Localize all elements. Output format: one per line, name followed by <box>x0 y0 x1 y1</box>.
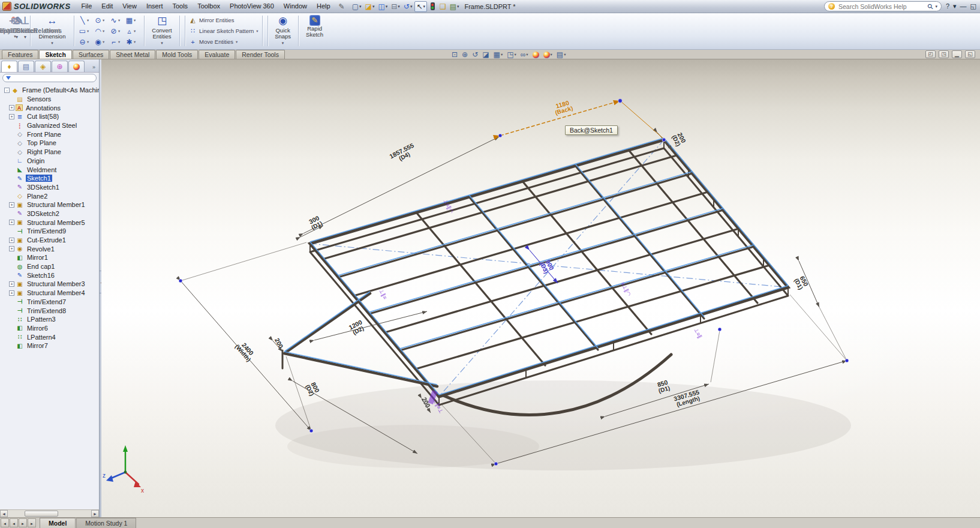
chevron-down-icon[interactable]: ▾ <box>118 40 120 44</box>
sketch-entity-button[interactable]: ▦▾ <box>125 16 140 25</box>
tree-item-sensors[interactable]: Sensors <box>1 95 99 104</box>
tab-render-tools[interactable]: Render Tools <box>236 50 285 59</box>
chevron-down-icon[interactable]: ▾ <box>118 18 120 23</box>
sketch-entity-button[interactable]: ∿▾ <box>109 16 125 25</box>
print-button[interactable]: ⊟▾ <box>390 2 401 11</box>
chevron-down-icon[interactable]: ▾ <box>51 41 53 46</box>
move-entities-button[interactable]: + Move Entities▾ <box>189 38 258 46</box>
search-icon[interactable]: ⚲ <box>925 1 935 11</box>
chevron-down-icon[interactable]: ▾ <box>501 50 503 59</box>
menu-photoview-360[interactable]: PhotoView 360 <box>225 0 279 13</box>
previous-view-button[interactable]: ↺ <box>472 50 478 59</box>
help-dropdown-icon[interactable]: ▾ <box>953 1 957 11</box>
tree-item-revolve1[interactable]: +Revolve1 <box>1 244 99 253</box>
repair-sketch-button[interactable]: +✎ Repair Sketch <box>2 14 30 34</box>
tree-item-trim-extend7[interactable]: Trim/Extend7 <box>1 298 99 307</box>
panel-horizontal-scrollbar[interactable]: ◄ ► <box>0 509 99 517</box>
chevron-down-icon[interactable]: ▾ <box>359 4 362 9</box>
expand-icon[interactable]: + <box>9 290 14 296</box>
tree-item-structural-member4[interactable]: +Structural Member4 <box>1 289 99 298</box>
sketch-entity-button[interactable]: ⊙▾ <box>94 16 109 25</box>
expand-icon[interactable]: + <box>9 246 14 251</box>
sketch-entity-button[interactable]: ▵▾ <box>125 27 140 35</box>
file-properties-button[interactable]: ❑ <box>438 2 447 11</box>
menu-toolbox[interactable]: Toolbox <box>193 0 225 13</box>
scrollbar-track[interactable] <box>8 510 91 517</box>
chevron-down-icon[interactable]: ▾ <box>103 29 104 34</box>
sketch-entity-button[interactable]: ⊘▾ <box>109 27 125 35</box>
tree-item-weldment[interactable]: Weldment <box>1 165 99 174</box>
tree-item-structural-member3[interactable]: +Structural Member3 <box>1 280 99 289</box>
tree-item-structural-member1[interactable]: +Structural Member1 <box>1 200 99 209</box>
menu-view[interactable]: View <box>118 0 142 13</box>
chevron-down-icon[interactable]: ▾ <box>564 50 566 59</box>
minimize-doc-icon[interactable]: ▁ <box>952 50 962 58</box>
chevron-down-icon[interactable]: ▾ <box>398 4 400 9</box>
chevron-down-icon[interactable]: ▾ <box>134 40 136 44</box>
undo-button[interactable]: ↺▾ <box>402 2 414 11</box>
tree-item-cut-list-58[interactable]: +Cut list(58) <box>1 112 99 121</box>
chevron-down-icon[interactable]: ▾ <box>372 4 375 9</box>
menu-file[interactable]: File <box>77 0 97 13</box>
tab-features[interactable]: Features <box>2 50 38 59</box>
sketch-entity-button[interactable]: ✱▾ <box>125 38 140 46</box>
zoom-to-fit-button[interactable]: ⊡ <box>452 50 458 59</box>
tree-item-sketch16[interactable]: Sketch16 <box>1 271 99 280</box>
tree-item-cut-extrude1[interactable]: +Cut-Extrude1 <box>1 236 99 245</box>
chevron-down-icon[interactable]: ▾ <box>236 40 238 44</box>
scrollbar-thumb[interactable] <box>25 511 58 517</box>
help-search-box[interactable]: ? ⚲ ▾ <box>824 1 942 11</box>
tree-item-front-plane[interactable]: Front Plane <box>1 130 99 139</box>
pane-split-left-icon[interactable]: ◰ <box>925 50 936 58</box>
edit-appearance-button[interactable] <box>533 52 539 58</box>
tab-mold-tools[interactable]: Mold Tools <box>156 50 198 59</box>
tree-item-frame-default-as-machined[interactable]: -Frame (Default<As Machined> < <box>1 86 99 95</box>
tree-item-galvanized-steel[interactable]: Galvanized Steel <box>1 121 99 130</box>
tree-item-lpattern4[interactable]: LPattern4 <box>1 332 99 341</box>
tree-item-lpattern3[interactable]: LPattern3 <box>1 315 99 324</box>
convert-entities-button[interactable]: ◳ Convert Entities▾ <box>147 14 177 48</box>
options-button[interactable]: ▤▾ <box>449 2 461 11</box>
linear-sketch-pattern-button[interactable]: ∷ Linear Sketch Pattern▾ <box>189 27 258 35</box>
pane-split-right-icon[interactable]: ◳ <box>939 50 949 58</box>
display-manager-tab[interactable] <box>68 61 85 72</box>
tab-sheet-metal[interactable]: Sheet Metal <box>110 50 155 59</box>
help-icon[interactable]: ? <box>946 1 949 11</box>
tree-item-trim-extend8[interactable]: Trim/Extend8 <box>1 306 99 315</box>
sketch-entity-button[interactable]: ⊖▾ <box>78 38 94 46</box>
menu-window[interactable]: Window <box>279 0 312 13</box>
apply-scene-button[interactable]: ▾ <box>543 50 552 59</box>
expand-icon[interactable]: + <box>9 281 14 287</box>
chevron-down-icon[interactable]: ▾ <box>24 35 26 39</box>
chevron-down-icon[interactable]: ▾ <box>134 18 136 23</box>
chevron-down-icon[interactable]: ▾ <box>103 40 104 44</box>
scroll-right-icon[interactable]: ► <box>91 510 99 517</box>
chevron-down-icon[interactable]: ▾ <box>103 18 104 23</box>
tree-item-mirror7[interactable]: Mirror7 <box>1 341 99 350</box>
rapid-sketch-button[interactable]: ✎ Rapid Sketch <box>301 14 329 48</box>
tree-item-3dsketch2[interactable]: 3DSketch2 <box>1 209 99 218</box>
tab-surfaces[interactable]: Surfaces <box>73 50 109 59</box>
property-manager-tab[interactable]: ▤ <box>18 61 34 72</box>
zoom-to-area-button[interactable]: ⊕ <box>462 50 468 59</box>
chevron-down-icon[interactable]: ▾ <box>161 41 163 46</box>
chevron-down-icon[interactable]: ▾ <box>457 4 459 9</box>
save-button[interactable]: ◫▾ <box>377 2 389 11</box>
search-input[interactable] <box>837 2 925 11</box>
first-tab-button[interactable]: ◄ <box>1 518 9 527</box>
menu-tools[interactable]: Tools <box>167 0 193 13</box>
model-canvas[interactable]: ⊥≡∥◠ ⊥∥≡ ≡⊥∥◠ ⊥≡∥ ⊥∥≡⊥ z <box>101 59 980 517</box>
chevron-down-icon[interactable]: ▾ <box>256 29 258 34</box>
tree-item-mirror6[interactable]: Mirror6 <box>1 324 99 333</box>
chevron-down-icon[interactable]: ▾ <box>118 29 120 34</box>
restore-icon[interactable]: ◱ <box>970 1 976 11</box>
tab-model[interactable]: Model <box>40 518 76 528</box>
chevron-down-icon[interactable]: ▾ <box>282 41 284 46</box>
tree-item-trim-extend9[interactable]: Trim/Extend9 <box>1 227 99 236</box>
tree-item-end-cap1[interactable]: End cap1 <box>1 262 99 271</box>
tree-item-structural-member5[interactable]: +Structural Member5 <box>1 218 99 227</box>
expand-icon[interactable]: + <box>9 105 14 110</box>
chevron-down-icon[interactable]: ▾ <box>87 40 89 44</box>
restore-doc-icon[interactable]: ◱ <box>965 50 975 58</box>
open-button[interactable]: ◪▾ <box>364 2 376 11</box>
